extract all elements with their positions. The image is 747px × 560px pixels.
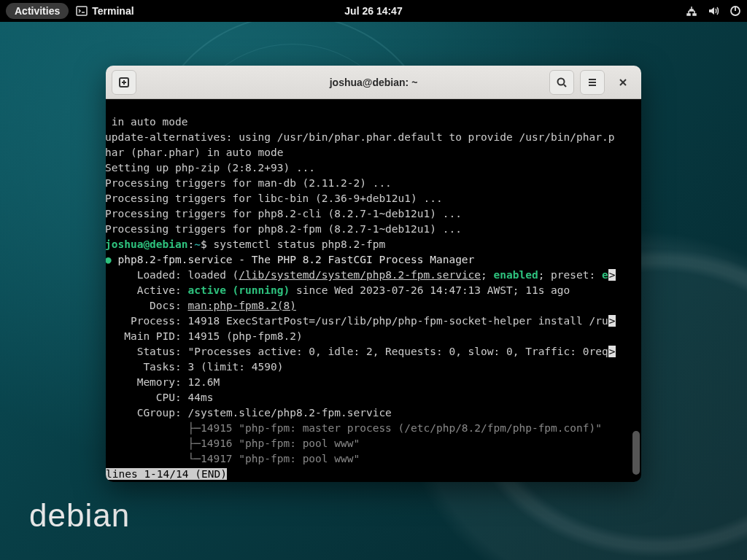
volume-icon[interactable] (708, 5, 719, 17)
command-text: systemctl status php8.2-fpm (213, 238, 385, 250)
plus-icon (118, 77, 130, 88)
network-icon[interactable] (686, 5, 697, 17)
window-titlebar[interactable]: joshua@debian: ~ (106, 66, 641, 99)
output-line: update-alternatives: using /usr/bin/phar… (106, 131, 620, 143)
output-line: Processing triggers for php8.2-cli (8.2.… (106, 208, 468, 219)
status-tasks: Tasks: 3 (limit: 4590) (106, 361, 289, 373)
svg-point-6 (558, 78, 565, 85)
status-memory: Memory: 12.6M (106, 376, 225, 388)
close-icon (617, 77, 629, 88)
output-line: Setting up php-zip (2:8.2+93) ... (106, 162, 321, 174)
terminal-window: joshua@debian: ~ in auto mode update-alt… (106, 66, 641, 482)
status-process: Process: 14918 ExecStartPost=/usr/lib/ph… (106, 315, 622, 327)
svg-rect-0 (77, 7, 87, 15)
app-menu-label: Terminal (92, 5, 133, 17)
pager-status: lines 1-14/14 (END) (106, 468, 227, 480)
status-loaded: Loaded: loaded (/lib/systemd/system/php8… (106, 269, 622, 281)
svg-line-7 (564, 85, 566, 87)
status-statusfield: Status: "Processes active: 0, idle: 2, R… (106, 346, 622, 357)
window-title: joshua@debian: ~ (330, 77, 418, 88)
power-icon[interactable] (729, 5, 741, 17)
status-header: ● php8.2-fpm.service - The PHP 8.2 FastC… (106, 254, 480, 265)
search-button[interactable] (549, 70, 574, 95)
terminal-viewport[interactable]: in auto mode update-alternatives: using … (106, 99, 641, 482)
status-active: Active: active (running) since Wed 2023-… (106, 284, 576, 296)
prompt-line: joshua@debian:~$ systemctl status php8.2… (106, 238, 391, 250)
status-docs: Docs: man:php-fpm8.2(8) (106, 300, 302, 311)
status-mainpid: Main PID: 14915 (php-fpm8.2) (106, 330, 309, 342)
menu-button[interactable] (580, 70, 605, 95)
cgroup-tree-item: ├─14915 "php-fpm: master process (/etc/p… (106, 422, 608, 434)
clock[interactable]: Jul 26 14:47 (344, 5, 402, 17)
output-line: Processing triggers for php8.2-fpm (8.2.… (106, 223, 468, 235)
activities-button[interactable]: Activities (6, 3, 69, 19)
debian-logo: debian (29, 497, 130, 534)
app-menu[interactable]: Terminal (76, 5, 133, 17)
output-line: in auto mode (106, 116, 194, 128)
output-line: Processing triggers for libc-bin (2.36-9… (106, 192, 449, 204)
search-icon (556, 77, 568, 88)
scrollbar-thumb[interactable] (632, 431, 640, 475)
output-line: har (phar.phar) in auto mode (106, 147, 289, 158)
cgroup-tree-item: └─14917 "php-fpm: pool www" (106, 453, 365, 464)
hamburger-icon (587, 77, 598, 88)
cgroup-tree-item: ├─14916 "php-fpm: pool www" (106, 438, 365, 449)
gnome-topbar: Activities Terminal Jul 26 14:47 (0, 0, 747, 22)
close-button[interactable] (611, 70, 635, 95)
output-line: Processing triggers for man-db (2.11.2-2… (106, 177, 398, 189)
status-cpu: CPU: 44ms (106, 392, 219, 403)
status-cgroup: CGroup: /system.slice/php8.2-fpm.service (106, 407, 398, 419)
new-tab-button[interactable] (112, 70, 136, 95)
terminal-icon (76, 5, 88, 17)
